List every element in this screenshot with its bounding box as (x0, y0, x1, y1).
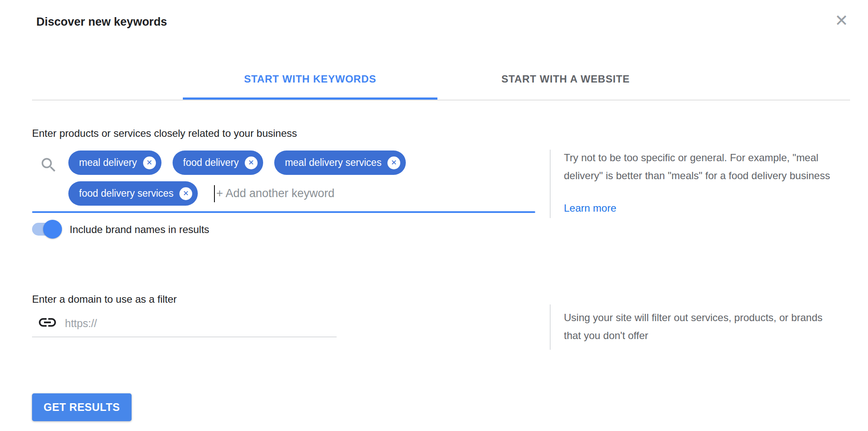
keyword-chip[interactable]: meal delivery services ✕ (274, 151, 406, 175)
link-icon (37, 312, 58, 334)
remove-chip-icon[interactable]: ✕ (143, 156, 156, 169)
learn-more-link[interactable]: Learn more (564, 202, 616, 214)
tab-start-with-keywords[interactable]: START WITH KEYWORDS (183, 64, 437, 94)
domain-input[interactable] (65, 315, 321, 332)
help-divider (550, 304, 551, 350)
domain-help-text: Using your site will filter out services… (564, 309, 837, 345)
chip-row: meal delivery ✕ food delivery ✕ meal del… (68, 151, 538, 175)
help-divider (550, 150, 551, 218)
chip-label: food delivery (183, 157, 239, 168)
keyword-input-focus-underline (32, 211, 535, 213)
keyword-input[interactable]: + Add another keyword (209, 181, 334, 206)
chip-label: food delivery services (79, 188, 173, 199)
chip-row: food delivery services ✕ + Add another k… (68, 181, 538, 206)
keywords-help-text: Try not to be too specific or general. F… (564, 149, 841, 185)
tab-separator-line (32, 100, 850, 100)
keywords-section-label: Enter products or services closely relat… (32, 127, 297, 139)
domain-section-label: Enter a domain to use as a filter (32, 293, 177, 305)
text-caret (214, 185, 215, 202)
dialog-title: Discover new keywords (36, 15, 167, 29)
keyword-input-placeholder: + Add another keyword (216, 187, 334, 200)
keyword-chip[interactable]: food delivery ✕ (173, 151, 263, 175)
remove-chip-icon[interactable]: ✕ (245, 156, 258, 169)
close-icon[interactable]: ✕ (830, 9, 853, 32)
domain-input-underline (32, 337, 337, 337)
keyword-chip[interactable]: meal delivery ✕ (68, 151, 161, 175)
keyword-chips-area: meal delivery ✕ food delivery ✕ meal del… (68, 151, 538, 206)
tab-start-with-a-website[interactable]: START WITH A WEBSITE (437, 64, 694, 94)
chip-label: meal delivery services (285, 157, 381, 168)
remove-chip-icon[interactable]: ✕ (387, 156, 400, 169)
chip-label: meal delivery (79, 157, 137, 168)
toggle-thumb[interactable] (43, 220, 62, 239)
brand-names-toggle-label: Include brand names in results (70, 223, 209, 236)
active-tab-underline (183, 97, 437, 100)
keyword-chip[interactable]: food delivery services ✕ (68, 181, 198, 206)
get-results-button[interactable]: GET RESULTS (32, 393, 132, 421)
remove-chip-icon[interactable]: ✕ (179, 187, 192, 200)
brand-names-toggle[interactable] (32, 220, 63, 239)
discover-keywords-dialog: Discover new keywords ✕ START WITH KEYWO… (0, 0, 868, 431)
search-icon (39, 156, 58, 176)
